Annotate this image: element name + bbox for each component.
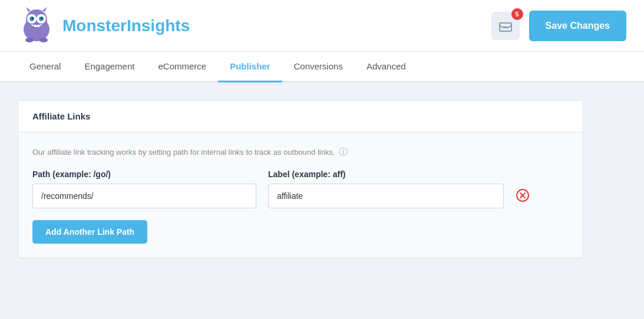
svg-point-12: [25, 38, 34, 42]
header-actions: 5 Save Changes: [491, 11, 626, 41]
card-body: Our affiliate link tracking works by set…: [18, 132, 583, 258]
logo-icon: [18, 7, 55, 45]
svg-rect-11: [37, 25, 39, 27]
svg-marker-8: [26, 7, 31, 12]
path-input[interactable]: [32, 184, 256, 208]
nav-tabs: General Engagement eCommerce Publisher C…: [0, 52, 644, 82]
tab-conversions[interactable]: Conversions: [282, 52, 355, 82]
header: MonsterInsights 5 Save Changes: [0, 0, 644, 52]
label-label: Label (example: aff): [268, 170, 504, 179]
save-changes-button[interactable]: Save Changes: [529, 11, 626, 41]
label-input[interactable]: [268, 184, 504, 208]
remove-link-button[interactable]: [516, 188, 530, 202]
notification-button[interactable]: 5: [491, 12, 520, 40]
tab-ecommerce[interactable]: eCommerce: [146, 52, 218, 82]
logo-accent: Insights: [127, 16, 190, 35]
svg-point-6: [31, 17, 34, 19]
remove-icon: [516, 188, 530, 202]
affiliate-link-row: Path (example: /go/) Label (example: aff…: [32, 170, 569, 208]
tab-general[interactable]: General: [18, 52, 72, 82]
svg-rect-10: [34, 25, 37, 27]
add-another-link-button[interactable]: Add Another Link Path: [32, 220, 147, 244]
tab-engagement[interactable]: Engagement: [72, 52, 146, 82]
logo-area: MonsterInsights: [18, 7, 190, 45]
main-content: Affiliate Links Our affiliate link track…: [0, 82, 644, 318]
tab-advanced[interactable]: Advanced: [355, 52, 418, 82]
tab-publisher[interactable]: Publisher: [218, 52, 282, 82]
card-title: Affiliate Links: [18, 101, 583, 132]
affiliate-links-card: Affiliate Links Our affiliate link track…: [18, 100, 583, 258]
info-description: Our affiliate link tracking works by set…: [32, 148, 335, 157]
svg-point-13: [39, 38, 48, 42]
row-actions: [516, 170, 530, 202]
info-text-row: Our affiliate link tracking works by set…: [32, 147, 569, 158]
svg-point-7: [41, 17, 43, 19]
path-label: Path (example: /go/): [32, 170, 256, 179]
inbox-icon: [498, 19, 513, 32]
svg-marker-9: [42, 7, 47, 12]
svg-rect-15: [503, 26, 508, 28]
label-group: Label (example: aff): [268, 170, 504, 208]
path-group: Path (example: /go/): [32, 170, 256, 208]
logo-brand: Monster: [62, 16, 127, 35]
info-circle-icon[interactable]: ⓘ: [339, 147, 348, 158]
logo-text: MonsterInsights: [62, 16, 190, 35]
notification-badge: 5: [511, 8, 523, 20]
